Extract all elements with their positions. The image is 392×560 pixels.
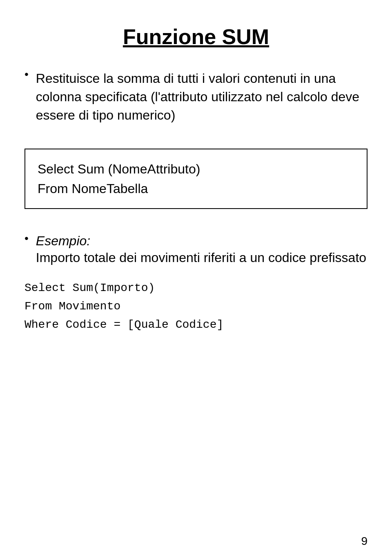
- page-title: Funzione SUM: [24, 24, 368, 49]
- bullet-item-description: • Restituisce la somma di tutti i valori…: [24, 69, 368, 124]
- example-bullet-dot: •: [24, 232, 29, 245]
- syntax-line2: From NomeTabella: [38, 179, 354, 198]
- mono-line1: Select Sum(Importo): [24, 279, 368, 298]
- bullet-dot: •: [24, 68, 29, 81]
- example-bullet-item: • Esempio: Importo totale dei movimenti …: [24, 233, 368, 267]
- mono-line3: Where Codice = [Quale Codice]: [24, 316, 368, 334]
- page-container: Funzione SUM • Restituisce la somma di t…: [0, 0, 392, 560]
- bullet-description-text: Restituisce la somma di tutti i valori c…: [36, 69, 368, 124]
- page-number: 9: [361, 535, 368, 548]
- syntax-code-box: Select Sum (NomeAttributo) From NomeTabe…: [24, 149, 368, 209]
- mono-line2: From Movimento: [24, 298, 368, 316]
- example-code-block: Select Sum(Importo) From Movimento Where…: [24, 279, 368, 334]
- bullet-section-description: • Restituisce la somma di tutti i valori…: [24, 69, 368, 124]
- example-content: Esempio: Importo totale dei movimenti ri…: [36, 233, 366, 267]
- syntax-line1: Select Sum (NomeAttributo): [38, 159, 354, 179]
- example-label: Esempio:: [36, 233, 90, 248]
- example-description: Importo totale dei movimenti riferiti a …: [36, 250, 366, 265]
- example-section: • Esempio: Importo totale dei movimenti …: [24, 233, 368, 267]
